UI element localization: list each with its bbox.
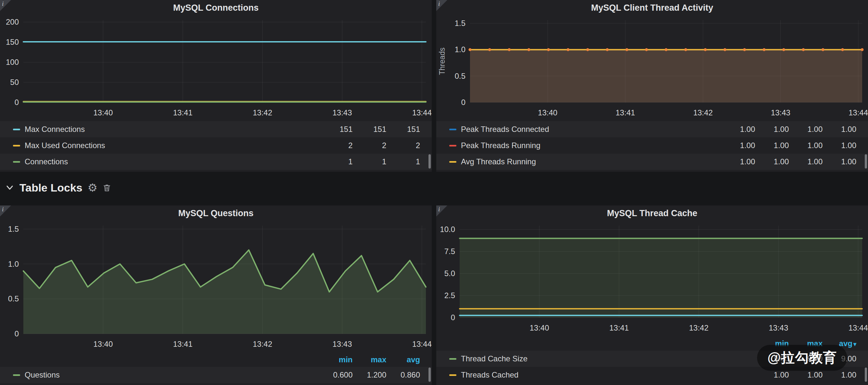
legend-col-header-min[interactable]: min [319,355,352,364]
chart-area: 02.55.07.510.013:4013:4113:4213:4313:44 [436,221,868,337]
svg-text:5.0: 5.0 [444,269,455,278]
svg-text:0.5: 0.5 [455,72,465,80]
legend-value: 1.00 [755,125,789,134]
timeseries-chart[interactable]: 00.51.01.513:4013:4113:4213:4313:44Threa… [436,15,868,121]
legend-value: 2 [352,141,386,150]
legend-value: 1.00 [721,141,755,150]
gear-icon[interactable]: ⚙ [88,182,97,193]
legend-value: 1 [352,157,386,166]
legend-header-row: minmaxavg [0,353,432,367]
series-label[interactable]: Threads Cached [461,371,518,380]
legend-table: Peak Threads Connected1.001.001.001.00Pe… [436,121,868,172]
legend-value: 1.00 [721,157,755,166]
legend-value: 1.00 [789,125,823,134]
legend-series[interactable]: Questions [13,371,319,380]
series-label[interactable]: Max Connections [25,125,85,134]
legend-row[interactable]: Max Connections151151151 [0,121,432,137]
panel-info-icon[interactable]: i [0,0,11,11]
panel-scrollbar[interactable] [429,368,431,382]
legend-series[interactable]: Peak Threads Running [449,141,721,150]
timeseries-chart[interactable]: 02.55.07.510.013:4013:4113:4213:4313:44 [436,221,868,337]
panel-info-icon[interactable]: i [0,206,11,216]
series-label[interactable]: Peak Threads Connected [461,125,549,134]
series-label[interactable]: Max Used Connections [25,141,105,150]
series-color-swatch [449,145,456,146]
legend-table: Max Connections151151151Max Used Connect… [0,121,432,172]
svg-text:13:44: 13:44 [848,108,868,117]
svg-text:1.0: 1.0 [455,45,465,54]
panel-title[interactable]: MySQL Questions [0,206,432,221]
svg-text:0: 0 [14,98,19,107]
legend-value: 151 [352,125,386,134]
panel-info-icon[interactable]: i [436,0,447,11]
legend-value: 151 [386,125,420,134]
svg-text:13:42: 13:42 [253,108,272,117]
legend-value: 1.00 [755,157,789,166]
legend-value: 1.00 [789,157,823,166]
dashboard-row-bottom: i MySQL Questions 00.51.01.513:4013:4113… [0,206,868,385]
legend-series[interactable]: Connections [13,157,319,166]
chart-area: 05010015020013:4013:4113:4213:4313:44 [0,15,432,121]
legend-value: 0.860 [386,371,420,380]
legend-row[interactable]: Max Used Connections222 [0,137,432,153]
chevron-down-icon[interactable] [5,183,14,192]
svg-text:200: 200 [6,18,19,26]
legend-row[interactable]: Peak Threads Connected1.001.001.001.00 [436,121,868,137]
legend-value: 1.00 [789,141,823,150]
legend-series[interactable]: Thread Cache Size [449,354,755,363]
legend-value: 1 [386,157,420,166]
timeseries-chart[interactable]: 05010015020013:4013:4113:4213:4313:44 [0,15,432,121]
svg-text:13:42: 13:42 [689,323,708,332]
series-label[interactable]: Connections [25,157,68,166]
panel-title[interactable]: MySQL Client Thread Activity [436,0,868,15]
panel-title[interactable]: MySQL Thread Cache [436,206,868,221]
trash-icon[interactable] [102,183,111,192]
legend-series[interactable]: Avg Threads Running [449,157,721,166]
svg-text:13:40: 13:40 [530,323,549,332]
svg-text:13:40: 13:40 [93,108,113,117]
series-color-swatch [449,374,456,376]
row-title[interactable]: Table Locks [20,181,83,194]
panel-scrollbar[interactable] [865,154,867,169]
svg-text:100: 100 [6,58,19,66]
legend-row[interactable]: Connections111 [0,153,432,170]
legend-col-header-max[interactable]: max [352,355,386,364]
series-color-swatch [13,374,20,376]
panel-info-icon[interactable]: i [436,206,447,216]
legend-series[interactable]: Max Connections [13,125,319,134]
legend-value: 1.00 [823,157,856,166]
panel-title[interactable]: MySQL Connections [0,0,432,15]
row-header-table-locks[interactable]: Table Locks ⚙ [0,172,868,206]
info-i-glyph: i [438,0,440,7]
legend-row[interactable]: Questions0.6001.2000.860 [0,367,432,383]
svg-text:13:41: 13:41 [609,323,629,332]
svg-text:0: 0 [461,98,465,107]
legend-value: 1.200 [352,371,386,380]
svg-text:10.0: 10.0 [440,225,455,234]
svg-text:13:44: 13:44 [412,340,432,348]
series-label[interactable]: Avg Threads Running [461,157,536,166]
series-color-swatch [13,129,20,130]
sort-caret-icon: ▾ [854,341,856,347]
dashboard-row-top: i MySQL Connections 05010015020013:4013:… [0,0,868,172]
chart-area: 00.51.01.513:4013:4113:4213:4313:44 [0,221,432,353]
series-label[interactable]: Thread Cache Size [461,354,527,363]
series-label[interactable]: Peak Threads Running [461,141,540,150]
svg-text:13:40: 13:40 [93,340,113,348]
info-i-glyph: i [2,0,4,7]
legend-series[interactable]: Max Used Connections [13,141,319,150]
legend-col-header-avg[interactable]: avg [386,355,420,364]
legend-row[interactable]: Peak Threads Running1.001.001.001.00 [436,137,868,153]
svg-text:13:42: 13:42 [693,108,713,117]
panel-mysql-connections: i MySQL Connections 05010015020013:4013:… [0,0,432,172]
legend-value: 1.00 [823,125,856,134]
timeseries-chart[interactable]: 00.51.01.513:4013:4113:4213:4313:44 [0,221,432,353]
panel-scrollbar[interactable] [865,368,867,382]
legend-series[interactable]: Threads Cached [449,371,755,380]
legend-row[interactable]: Avg Threads Running1.001.001.001.00 [436,153,868,170]
legend-series[interactable]: Peak Threads Connected [449,125,721,134]
svg-text:50: 50 [10,78,19,86]
series-label[interactable]: Questions [25,371,60,380]
panel-scrollbar[interactable] [429,154,431,169]
svg-text:13:42: 13:42 [253,340,272,348]
